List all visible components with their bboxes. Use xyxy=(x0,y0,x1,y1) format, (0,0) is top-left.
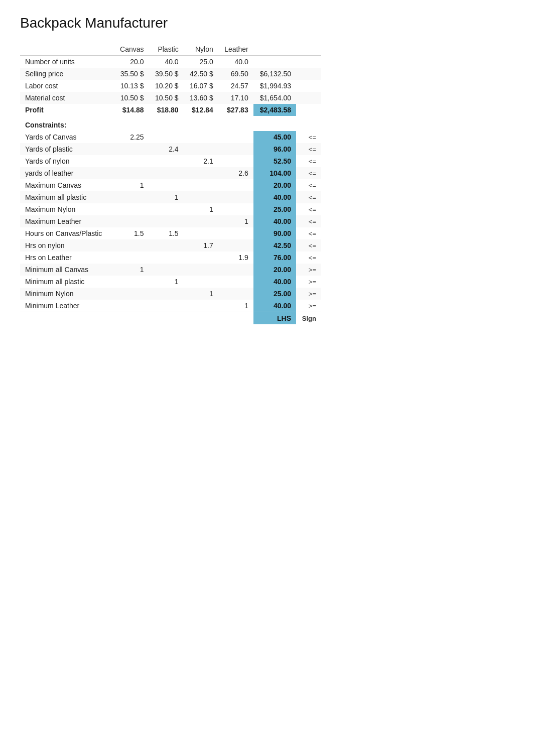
labor-cost-row: Labor cost 10.13 $ 10.20 $ 16.07 $ 24.57… xyxy=(20,80,321,92)
constraint-row: Minimum all plastic140.00>= xyxy=(20,276,321,288)
constraint-nylon xyxy=(184,143,218,155)
constraint-nylon xyxy=(184,179,218,191)
constraint-leather xyxy=(218,264,253,276)
constraint-sign: >= xyxy=(296,300,321,312)
constraint-canvas: 1 xyxy=(114,264,149,276)
constraint-lhs: 40.00 xyxy=(253,191,296,203)
footer-sign: Sign xyxy=(296,312,321,325)
constraint-plastic xyxy=(149,251,183,264)
constraint-row: Maximum Nylon125.00<= xyxy=(20,203,321,215)
constraint-canvas xyxy=(114,300,149,312)
constraint-row: yards of leather2.6104.00<= xyxy=(20,167,321,179)
constraint-row: Maximum Leather140.00<= xyxy=(20,215,321,227)
constraint-nylon xyxy=(184,215,218,227)
constraint-row: Maximum Canvas120.00<= xyxy=(20,179,321,191)
profit-plastic: $18.80 xyxy=(149,104,183,116)
constraint-canvas: 2.25 xyxy=(114,131,149,143)
constraint-leather xyxy=(218,227,253,239)
constraint-label: Yards of plastic xyxy=(20,143,114,155)
header-sign xyxy=(296,43,321,56)
constraint-sign: <= xyxy=(296,203,321,215)
constraint-nylon xyxy=(184,251,218,264)
constraint-label: Minimum all Canvas xyxy=(20,264,114,276)
constraint-nylon: 2.1 xyxy=(184,155,218,167)
constraint-row: Yards of plastic2.496.00<= xyxy=(20,143,321,155)
constraint-sign: <= xyxy=(296,155,321,167)
selling-price-sign xyxy=(296,68,321,80)
footer-nylon xyxy=(184,312,218,325)
constraint-nylon xyxy=(184,191,218,203)
constraint-sign: <= xyxy=(296,167,321,179)
material-cost-row: Material cost 10.50 $ 10.50 $ 13.60 $ 17… xyxy=(20,92,321,104)
constraint-canvas xyxy=(114,191,149,203)
constraint-canvas: 1 xyxy=(114,179,149,191)
constraint-nylon xyxy=(184,227,218,239)
constraint-leather xyxy=(218,288,253,300)
constraint-lhs: 76.00 xyxy=(253,251,296,264)
material-cost-plastic: 10.50 $ xyxy=(149,92,183,104)
profit-row: Profit $14.88 $18.80 $12.84 $27.83 $2,48… xyxy=(20,104,321,116)
constraint-nylon xyxy=(184,300,218,312)
constraint-lhs: 96.00 xyxy=(253,143,296,155)
constraint-nylon: 1 xyxy=(184,288,218,300)
constraint-canvas xyxy=(114,143,149,155)
main-table-wrapper: Canvas Plastic Nylon Leather Number of u… xyxy=(20,43,321,324)
constraint-sign: >= xyxy=(296,276,321,288)
footer-lhs: LHS xyxy=(253,312,296,325)
header-plastic: Plastic xyxy=(149,43,183,56)
constraint-label: Minimum Nylon xyxy=(20,288,114,300)
labor-cost-leather: 24.57 xyxy=(218,80,253,92)
labor-cost-label: Labor cost xyxy=(20,80,114,92)
constraint-leather: 1.9 xyxy=(218,251,253,264)
constraint-leather: 2.6 xyxy=(218,167,253,179)
constraint-nylon xyxy=(184,131,218,143)
footer-label-cell xyxy=(20,312,114,325)
constraint-row: Minimum Leather140.00>= xyxy=(20,300,321,312)
constraint-lhs: 40.00 xyxy=(253,215,296,227)
labor-cost-canvas: 10.13 $ xyxy=(114,80,149,92)
header-leather: Leather xyxy=(218,43,253,56)
constraint-sign: <= xyxy=(296,227,321,239)
column-header-row: Canvas Plastic Nylon Leather xyxy=(20,43,321,56)
constraints-header-label: Constraints: xyxy=(20,116,321,131)
constraint-row: Minimum Nylon125.00>= xyxy=(20,288,321,300)
units-canvas: 20.0 xyxy=(114,56,149,68)
profit-lhs: $2,483.58 xyxy=(253,104,296,116)
constraint-plastic: 1.5 xyxy=(149,227,183,239)
constraint-canvas xyxy=(114,167,149,179)
constraint-lhs: 104.00 xyxy=(253,167,296,179)
material-cost-leather: 17.10 xyxy=(218,92,253,104)
footer-plastic xyxy=(149,312,183,325)
constraint-lhs: 20.00 xyxy=(253,179,296,191)
labor-cost-plastic: 10.20 $ xyxy=(149,80,183,92)
constraint-canvas xyxy=(114,288,149,300)
constraint-plastic: 1 xyxy=(149,191,183,203)
constraint-leather xyxy=(218,191,253,203)
constraint-sign: <= xyxy=(296,143,321,155)
constraint-label: Hours on Canvas/Plastic xyxy=(20,227,114,239)
constraint-leather xyxy=(218,276,253,288)
constraint-row: Hrs on Leather1.976.00<= xyxy=(20,251,321,264)
constraint-label: Hrs on nylon xyxy=(20,239,114,251)
profit-sign xyxy=(296,104,321,116)
constraint-plastic xyxy=(149,179,183,191)
constraint-leather xyxy=(218,203,253,215)
constraint-label: Yards of nylon xyxy=(20,155,114,167)
constraint-leather xyxy=(218,143,253,155)
constraint-plastic xyxy=(149,203,183,215)
header-lhs xyxy=(253,43,296,56)
constraint-label: Maximum Nylon xyxy=(20,203,114,215)
header-nylon: Nylon xyxy=(184,43,218,56)
units-nylon: 25.0 xyxy=(184,56,218,68)
constraint-leather: 1 xyxy=(218,215,253,227)
constraint-plastic: 2.4 xyxy=(149,143,183,155)
constraint-sign: <= xyxy=(296,131,321,143)
constraint-canvas xyxy=(114,155,149,167)
constraint-lhs: 42.50 xyxy=(253,239,296,251)
constraint-label: Minimum all plastic xyxy=(20,276,114,288)
constraint-plastic xyxy=(149,288,183,300)
constraint-row: Yards of nylon2.152.50<= xyxy=(20,155,321,167)
constraint-canvas xyxy=(114,239,149,251)
units-leather: 40.0 xyxy=(218,56,253,68)
constraint-canvas: 1.5 xyxy=(114,227,149,239)
